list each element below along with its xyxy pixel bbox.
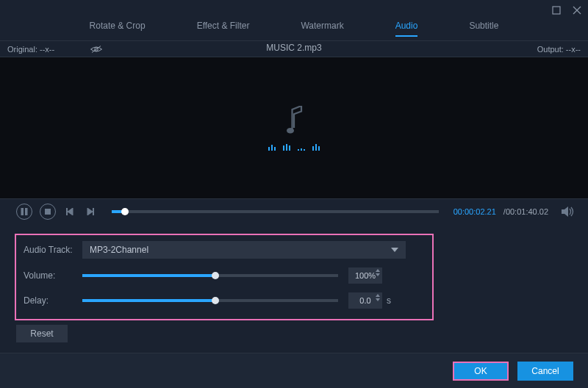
time-current: 00:00:02.21 bbox=[453, 207, 496, 216]
svg-marker-14 bbox=[391, 248, 398, 252]
svg-rect-7 bbox=[26, 208, 28, 215]
maximize-icon[interactable] bbox=[551, 5, 562, 15]
tab-bar: Rotate & Crop Effect & Filter Watermark … bbox=[0, 21, 588, 41]
stepper-down-icon[interactable] bbox=[376, 298, 380, 301]
svg-rect-0 bbox=[553, 7, 560, 14]
seek-slider[interactable] bbox=[112, 210, 439, 213]
svg-point-5 bbox=[287, 128, 294, 134]
preview-area bbox=[0, 57, 588, 198]
next-frame-button[interactable] bbox=[84, 205, 97, 218]
volume-icon[interactable] bbox=[562, 206, 575, 218]
volume-value: 100% bbox=[355, 271, 376, 280]
chevron-down-icon bbox=[391, 248, 398, 252]
file-title: MUSIC 2.mp3 bbox=[266, 43, 321, 53]
tab-audio[interactable]: Audio bbox=[395, 21, 418, 37]
delay-stepper[interactable]: 0.0 bbox=[348, 292, 382, 309]
equalizer-icon bbox=[268, 144, 320, 151]
prev-frame-button[interactable] bbox=[63, 205, 76, 218]
original-label: Original: --x-- bbox=[7, 45, 54, 54]
audio-track-dropdown[interactable]: MP3-2Channel bbox=[82, 241, 406, 259]
output-label: Output: --x-- bbox=[537, 45, 581, 54]
delay-unit: s bbox=[387, 295, 391, 306]
transport-bar: 00:00:02.21 /00:01:40.02 bbox=[0, 198, 588, 223]
stop-button[interactable] bbox=[40, 204, 56, 220]
stepper-up-icon[interactable] bbox=[376, 294, 380, 297]
volume-label: Volume: bbox=[24, 270, 82, 281]
volume-stepper[interactable]: 100% bbox=[348, 267, 382, 284]
reset-button[interactable]: Reset bbox=[16, 325, 68, 342]
pause-button[interactable] bbox=[16, 204, 32, 220]
svg-rect-6 bbox=[21, 208, 24, 215]
tab-rotate-crop[interactable]: Rotate & Crop bbox=[90, 21, 146, 35]
svg-marker-13 bbox=[562, 206, 568, 217]
stepper-up-icon[interactable] bbox=[376, 269, 380, 272]
tab-watermark[interactable]: Watermark bbox=[301, 21, 343, 35]
preview-toggle-icon[interactable] bbox=[90, 44, 103, 54]
tab-subtitle[interactable]: Subtitle bbox=[469, 21, 498, 35]
title-bar bbox=[0, 0, 588, 21]
delay-slider[interactable] bbox=[82, 299, 338, 302]
audio-panel: Audio Track: MP3-2Channel Volume: 100% D… bbox=[0, 223, 588, 350]
delay-value: 0.0 bbox=[359, 296, 370, 305]
volume-slider[interactable] bbox=[82, 274, 338, 277]
audio-track-label: Audio Track: bbox=[24, 245, 82, 255]
ok-button[interactable]: OK bbox=[453, 362, 509, 381]
audio-track-value: MP3-2Channel bbox=[90, 245, 148, 255]
tab-effect-filter[interactable]: Effect & Filter bbox=[197, 21, 250, 35]
close-icon[interactable] bbox=[572, 5, 582, 15]
music-note-icon bbox=[283, 106, 305, 135]
svg-rect-8 bbox=[46, 209, 51, 214]
stepper-down-icon[interactable] bbox=[376, 273, 380, 276]
footer-bar: OK Cancel bbox=[0, 353, 588, 388]
highlighted-controls: Audio Track: MP3-2Channel Volume: 100% D… bbox=[15, 234, 434, 320]
svg-marker-10 bbox=[68, 208, 73, 215]
time-total: /00:01:40.02 bbox=[503, 207, 548, 216]
cancel-button[interactable]: Cancel bbox=[517, 362, 573, 381]
svg-rect-12 bbox=[93, 208, 95, 215]
svg-marker-11 bbox=[87, 208, 93, 215]
delay-label: Delay: bbox=[24, 295, 82, 306]
